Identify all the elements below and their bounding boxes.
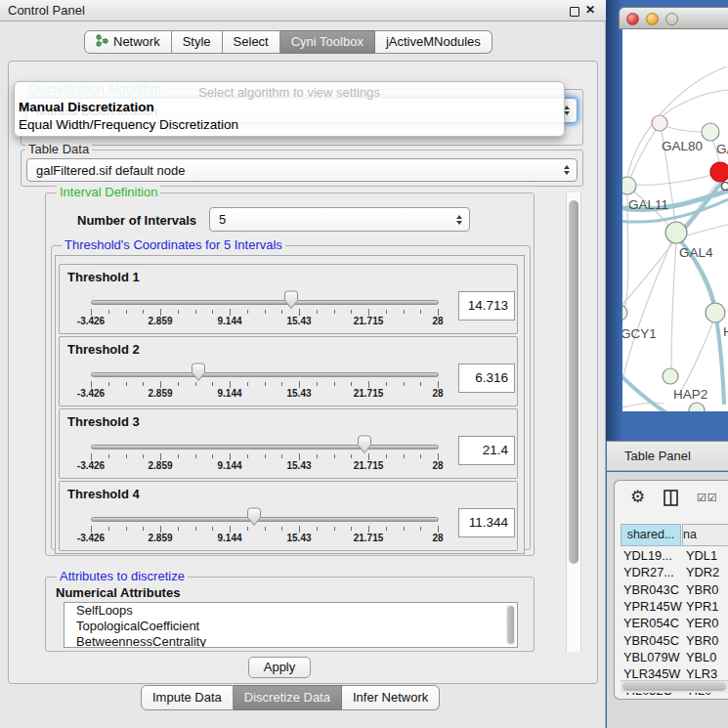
algorithm-option[interactable]: Manual Discretization: [19, 100, 154, 114]
table-row[interactable]: YPR145WYPR1: [621, 599, 728, 617]
tick-mark: [317, 527, 318, 531]
network-edge[interactable]: [667, 127, 705, 132]
minimize-traffic-light-icon[interactable]: [646, 13, 659, 25]
cell-name: YBL0: [686, 650, 716, 664]
table-data-combobox-value: galFiltered.sif default node: [36, 163, 185, 178]
number-of-intervals-combobox[interactable]: 5: [209, 207, 470, 232]
cell-name: YDR2: [686, 565, 719, 579]
tick-mark: [386, 310, 387, 314]
node-label: GAL11: [628, 197, 668, 212]
network-edge[interactable]: [622, 242, 673, 308]
tick-mark: [351, 454, 352, 458]
network-edge[interactable]: [687, 225, 728, 236]
tick-mark: [91, 381, 92, 388]
tick-mark: [126, 310, 127, 314]
table-row[interactable]: YER054CYER0: [621, 616, 728, 633]
tick-mark: [317, 382, 318, 386]
tick-label: 21.715: [354, 533, 384, 543]
top-tab-bar: NetworkStyleSelectCyni ToolboxjActiveMNo…: [84, 30, 492, 54]
gear-icon[interactable]: ⚙: [630, 487, 645, 507]
slider-thumb[interactable]: [283, 290, 299, 310]
threshold-panel: Threshold 3-3.4262.8599.14415.4321.71528…: [59, 408, 518, 479]
scrollbar-thumb[interactable]: [622, 682, 726, 691]
network-node[interactable]: [652, 115, 667, 131]
scrollbar-thumb[interactable]: [507, 606, 514, 644]
network-view-canvas[interactable]: GAL80GACGAL11GAL4GCY1HHAP2: [622, 29, 728, 411]
network-node[interactable]: [706, 303, 725, 322]
threshold-value-field[interactable]: 11.344: [458, 508, 515, 537]
zoom-traffic-light-icon[interactable]: [665, 13, 678, 25]
threshold-value-field[interactable]: 21.4: [458, 436, 515, 465]
slider-track[interactable]: [91, 445, 439, 450]
table-row[interactable]: YDR27...YDR2: [621, 565, 728, 582]
table-row[interactable]: YDL19...YDL1: [621, 548, 728, 566]
tab-discretize-data[interactable]: Discretize Data: [234, 685, 342, 710]
tick-label: 9.144: [217, 316, 241, 326]
column-header-name[interactable]: na: [682, 524, 728, 546]
network-node[interactable]: [702, 123, 719, 141]
tick-mark: [160, 453, 161, 460]
tick-label: 2.859: [148, 460, 172, 471]
network-node[interactable]: [663, 368, 678, 384]
content-scrollbar[interactable]: [566, 193, 581, 652]
slider-track[interactable]: [91, 517, 439, 522]
apply-button[interactable]: Apply: [248, 657, 311, 678]
thresholds-group: Threshold 1-3.4262.8599.14415.4321.71528…: [55, 255, 525, 554]
attribute-list-item[interactable]: SelfLoops: [64, 603, 517, 619]
network-edge[interactable]: [671, 243, 676, 368]
tab-cyni-toolbox[interactable]: Cyni Toolbox: [280, 30, 375, 54]
threshold-value-field[interactable]: 6.316: [458, 364, 515, 393]
attribute-list-item[interactable]: TopologicalCoefficient: [64, 619, 517, 634]
tab-style[interactable]: Style: [172, 30, 223, 54]
checkboxes-icon[interactable]: ☑☑: [697, 492, 718, 504]
slider-track[interactable]: [91, 300, 439, 305]
column-header-shared-name[interactable]: shared...: [621, 524, 681, 546]
tick-mark: [368, 526, 369, 533]
network-edge[interactable]: [622, 242, 671, 393]
tick-mark: [126, 454, 127, 458]
tick-mark: [299, 381, 300, 388]
threshold-label: Threshold 2: [67, 342, 140, 357]
table-row[interactable]: YBR045CYBR0: [621, 633, 728, 651]
tab-select[interactable]: Select: [223, 30, 280, 54]
network-node[interactable]: [689, 403, 705, 411]
attribute-list-item[interactable]: BetweennessCentrality: [64, 634, 517, 648]
tab-network[interactable]: Network: [84, 30, 172, 54]
float-window-icon[interactable]: [570, 7, 579, 17]
columns-icon[interactable]: [664, 490, 678, 510]
threshold-panel: Threshold 2-3.4262.8599.14415.4321.71528…: [59, 336, 518, 407]
network-node[interactable]: [665, 222, 687, 243]
tab-impute-data[interactable]: Impute Data: [141, 685, 234, 710]
network-edge[interactable]: [662, 90, 728, 117]
slider-track[interactable]: [91, 372, 439, 377]
slider-thumb[interactable]: [357, 435, 372, 454]
tick-mark: [299, 526, 300, 533]
network-window-titlebar[interactable]: [619, 7, 728, 29]
threshold-value-field[interactable]: 14.713: [458, 291, 515, 321]
close-traffic-light-icon[interactable]: [626, 13, 639, 25]
tab-jactivemnodules[interactable]: jActiveMNodules: [375, 30, 492, 54]
attributes-list-scrollbar[interactable]: [506, 605, 515, 645]
network-node[interactable]: [622, 305, 627, 321]
table-horizontal-scrollbar[interactable]: [621, 680, 728, 693]
scrollbar-thumb[interactable]: [569, 200, 578, 564]
network-node[interactable]: [622, 177, 636, 194]
network-edge[interactable]: [635, 175, 711, 185]
tab-label: jActiveMNodules: [386, 34, 481, 49]
threshold-label: Threshold 3: [67, 414, 140, 429]
network-graph[interactable]: GAL80GACGAL11GAL4GCY1HHAP2: [622, 29, 728, 411]
cell-shared-name: YBR045C: [623, 633, 679, 648]
tick-mark: [108, 382, 109, 386]
slider-thumb[interactable]: [191, 363, 206, 382]
algorithm-option[interactable]: Equal Width/Frequency Discretization: [19, 117, 238, 132]
close-icon[interactable]: ✕: [585, 3, 595, 17]
tick-label: 2.859: [148, 533, 172, 543]
table-row[interactable]: YBL079WYBL0: [621, 650, 728, 667]
network-edge[interactable]: [627, 66, 727, 177]
tick-label: 28: [432, 533, 443, 543]
table-data-combobox[interactable]: galFiltered.sif default node: [26, 158, 578, 182]
table-row[interactable]: YBR043CYBR0: [621, 582, 728, 600]
tab-infer-network[interactable]: Infer Network: [342, 685, 440, 710]
numerical-attributes-list[interactable]: SelfLoopsTopologicalCoefficientBetweenne…: [64, 602, 518, 648]
slider-thumb[interactable]: [246, 507, 262, 527]
